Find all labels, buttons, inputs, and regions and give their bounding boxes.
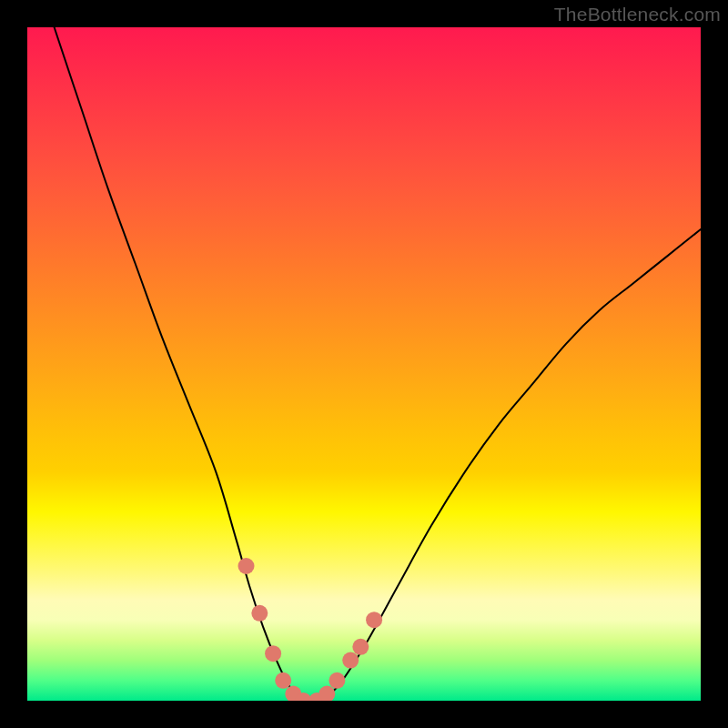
highlight-dot [366,612,382,628]
highlight-dot [238,558,255,574]
highlight-dot [265,645,281,662]
chart-svg [27,27,701,701]
watermark-text: TheBottleneck.com [554,4,721,25]
highlight-dot [275,672,291,689]
chart-frame: TheBottleneck.com [0,0,728,728]
highlight-dots [238,558,383,701]
highlight-dot [342,652,359,669]
highlight-dot [318,686,335,701]
highlight-dot [251,605,268,622]
highlight-dot [329,672,345,689]
bottleneck-curve [55,27,701,701]
highlight-dot [352,639,369,655]
plot-area [27,27,701,701]
